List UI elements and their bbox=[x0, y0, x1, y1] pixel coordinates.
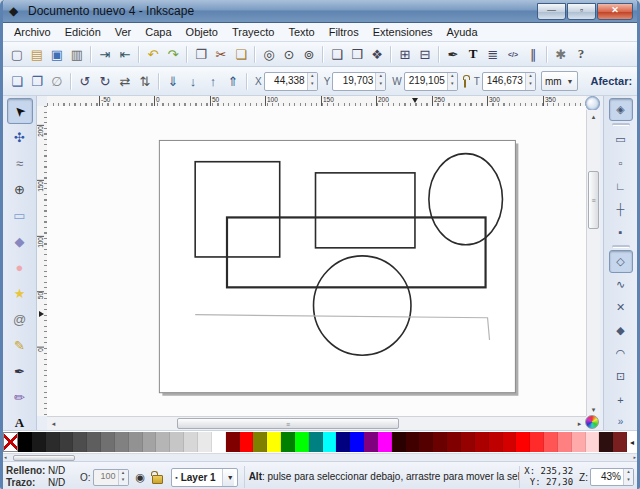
palette-swatch[interactable] bbox=[599, 432, 613, 452]
y-position-field[interactable]: Y 19,703▴▾ bbox=[322, 72, 387, 91]
x-field-value[interactable]: 44,338 bbox=[265, 73, 307, 90]
palette-swatch[interactable] bbox=[295, 432, 309, 452]
palette-swatch[interactable] bbox=[558, 432, 572, 452]
snapbar-overflow-button[interactable]: » bbox=[618, 416, 624, 427]
duplicate-icon[interactable]: ❑ bbox=[327, 44, 347, 64]
snap-bbox-centers-icon[interactable]: ▪ bbox=[609, 220, 633, 243]
import-icon[interactable]: ⇥ bbox=[95, 44, 115, 64]
x-spinner[interactable]: ▴▾ bbox=[307, 73, 317, 90]
drawing-viewport[interactable] bbox=[47, 106, 586, 416]
export-icon[interactable]: ⇤ bbox=[115, 44, 135, 64]
palette-swatch[interactable] bbox=[156, 432, 170, 452]
palette-swatch[interactable] bbox=[281, 432, 295, 452]
palette-swatch[interactable] bbox=[516, 432, 530, 452]
unlink-clone-icon[interactable]: ❖ bbox=[367, 44, 387, 64]
raise-one-step-icon[interactable]: ↑ bbox=[203, 71, 223, 91]
palette-scroll-right-arrow[interactable]: ▸ bbox=[633, 454, 636, 460]
palette-swatch[interactable] bbox=[18, 432, 32, 452]
menu-texto[interactable]: Texto bbox=[281, 25, 321, 39]
minimize-button[interactable]: — bbox=[537, 3, 566, 20]
box3d-tool[interactable]: ◆ bbox=[7, 228, 33, 254]
horizontal-scroll-thumb[interactable]: ≡ bbox=[177, 418, 399, 429]
group-objects-icon[interactable]: ⊞ bbox=[395, 44, 415, 64]
lower-one-step-icon[interactable]: ↓ bbox=[183, 71, 203, 91]
menu-objeto[interactable]: Objeto bbox=[179, 25, 225, 39]
zoom-page-icon[interactable]: ⊙ bbox=[279, 44, 299, 64]
x-position-field[interactable]: X 44,338▴▾ bbox=[253, 72, 318, 91]
undo-icon[interactable]: ↶ bbox=[143, 44, 163, 64]
layer-selector-dropdown[interactable]: ▪ Layer 1 ▼ bbox=[171, 468, 237, 487]
palette-swatch[interactable] bbox=[447, 432, 461, 452]
palette-swatch[interactable] bbox=[170, 432, 184, 452]
lock-ratio-icon[interactable] bbox=[464, 79, 466, 88]
preferences-icon[interactable]: ✱ bbox=[551, 44, 571, 64]
close-button[interactable]: ✕ bbox=[597, 3, 633, 20]
layer-visibility-icon[interactable]: ◉ bbox=[136, 471, 146, 484]
palette-swatch[interactable] bbox=[240, 432, 254, 452]
palette-swatch[interactable] bbox=[143, 432, 157, 452]
snap-bbox-midpoints-icon[interactable]: ┼ bbox=[609, 197, 633, 220]
y-field-value[interactable]: 19,703 bbox=[333, 73, 375, 90]
palette-swatch[interactable] bbox=[336, 432, 350, 452]
menu-edicion[interactable]: Edición bbox=[58, 25, 108, 39]
palette-swatch[interactable] bbox=[253, 432, 267, 452]
text-dialog-icon[interactable]: T bbox=[463, 44, 483, 64]
height-field[interactable]: T 146,673▴▾ bbox=[472, 72, 536, 91]
selector-tool[interactable]: ➤ bbox=[7, 98, 33, 124]
palette-swatch[interactable] bbox=[198, 432, 212, 452]
palette-swatch[interactable] bbox=[323, 432, 337, 452]
palette-swatch[interactable] bbox=[115, 432, 129, 452]
fill-stroke-dialog-icon[interactable]: ✒ bbox=[443, 44, 463, 64]
align-dialog-icon[interactable]: ∥ bbox=[523, 44, 543, 64]
palette-swatch[interactable] bbox=[461, 432, 475, 452]
opacity-field[interactable]: 100 ▴▾ bbox=[93, 469, 129, 486]
xml-editor-icon[interactable]: </> bbox=[503, 44, 523, 64]
create-clone-icon[interactable]: ❒ bbox=[347, 44, 367, 64]
zoom-tool[interactable]: ⊕ bbox=[7, 176, 33, 202]
snap-object-centers-icon[interactable]: ⊡ bbox=[609, 365, 633, 388]
raise-to-top-icon[interactable]: ⇑ bbox=[223, 71, 243, 91]
star-tool[interactable]: ★ bbox=[7, 280, 33, 306]
pen-tool[interactable]: ✒ bbox=[7, 358, 33, 384]
palette-swatch[interactable] bbox=[392, 432, 406, 452]
color-managed-display-icon[interactable] bbox=[585, 415, 599, 429]
snap-bbox-corners-icon[interactable]: ∟ bbox=[609, 174, 633, 197]
new-document-icon[interactable]: ▢ bbox=[7, 44, 27, 64]
palette-swatch[interactable] bbox=[87, 432, 101, 452]
snap-paths-icon[interactable]: ∿ bbox=[609, 273, 633, 296]
menu-trayecto[interactable]: Trayecto bbox=[225, 25, 281, 39]
palette-swatch[interactable] bbox=[184, 432, 198, 452]
layers-dialog-icon[interactable]: ≣ bbox=[483, 44, 503, 64]
layer-lock-icon[interactable] bbox=[152, 475, 163, 484]
horizontal-scrollbar[interactable]: ◂ ≡ ▸ bbox=[47, 416, 586, 430]
menu-ayuda[interactable]: Ayuda bbox=[440, 25, 485, 39]
palette-swatch[interactable] bbox=[3, 432, 18, 452]
palette-swatch[interactable] bbox=[60, 432, 74, 452]
maximize-button[interactable]: ▫ bbox=[567, 3, 596, 20]
flip-horizontal-icon[interactable]: ⇄ bbox=[115, 71, 135, 91]
select-all-icon[interactable]: ❏ bbox=[7, 71, 27, 91]
palette-scrollbar[interactable]: ◂ ▸ bbox=[3, 453, 637, 461]
menu-filtros[interactable]: Filtros bbox=[322, 25, 366, 39]
fill-stroke-indicator[interactable]: Relleno: N/D Trazo: N/D bbox=[6, 465, 74, 489]
open-document-icon[interactable]: ▤ bbox=[27, 44, 47, 64]
help-icon[interactable]: ? bbox=[571, 44, 591, 64]
palette-swatch[interactable] bbox=[489, 432, 503, 452]
scroll-right-arrow[interactable]: ▸ bbox=[573, 417, 586, 430]
select-all-layers-icon[interactable]: ❐ bbox=[27, 71, 47, 91]
tweak-tool[interactable]: ≈ bbox=[7, 150, 33, 176]
palette-swatch[interactable] bbox=[364, 432, 378, 452]
scroll-down-arrow[interactable]: ▾ bbox=[587, 403, 600, 416]
palette-swatch[interactable] bbox=[530, 432, 544, 452]
palette-swatch[interactable] bbox=[212, 432, 226, 452]
menu-archivo[interactable]: Archivo bbox=[7, 25, 58, 39]
palette-scroll-thumb[interactable] bbox=[13, 455, 75, 461]
snap-rotation-centers-icon[interactable]: + bbox=[609, 388, 633, 411]
palette-swatch[interactable] bbox=[503, 432, 517, 452]
palette-swatch[interactable] bbox=[475, 432, 489, 452]
opacity-spinner[interactable]: ▴▾ bbox=[118, 470, 128, 485]
lower-to-bottom-icon[interactable]: ⇓ bbox=[163, 71, 183, 91]
ellipse-tool[interactable]: ● bbox=[7, 254, 33, 280]
palette-swatch[interactable] bbox=[586, 432, 600, 452]
snap-bounding-box-icon[interactable]: ▭ bbox=[609, 128, 633, 151]
